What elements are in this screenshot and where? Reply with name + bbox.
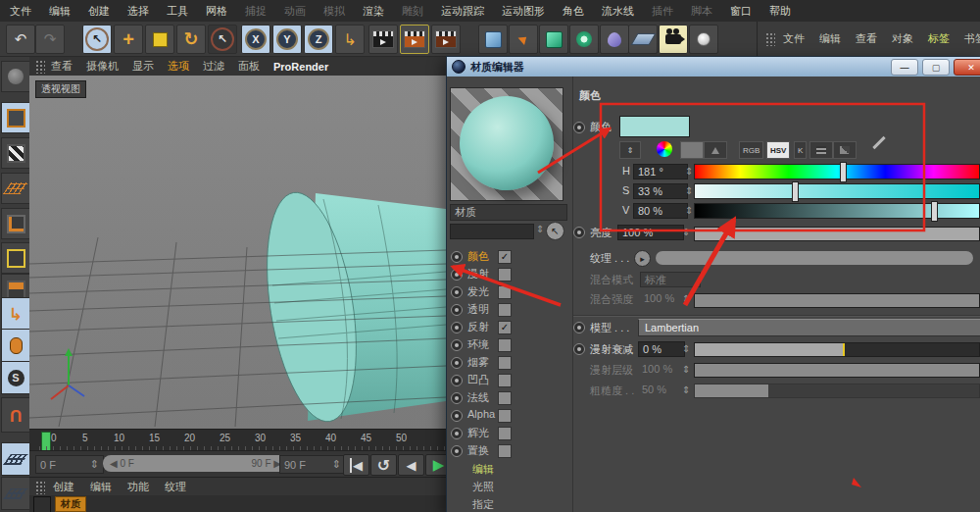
current-frame-field[interactable]: 0 F ⇕ [35, 455, 104, 474]
menu-file[interactable]: 文件 [10, 4, 31, 19]
menu-mesh[interactable]: 网格 [206, 4, 227, 19]
hue-value-field[interactable]: 181 ° [633, 164, 688, 179]
hue-handle[interactable] [840, 162, 847, 182]
om-menu-object[interactable]: 对象 [892, 31, 913, 46]
end-frame-field[interactable]: 90 F ⇕ [279, 455, 346, 474]
channel-label[interactable]: 环境 [467, 337, 489, 352]
stepper-icon[interactable]: ⇕ [682, 227, 690, 237]
channel-checkbox[interactable] [498, 285, 512, 299]
stepper-icon[interactable]: ⇕ [682, 343, 690, 354]
spline-pen-button[interactable] [509, 25, 538, 54]
perspective-viewport[interactable]: 透视视图 [29, 76, 446, 429]
material-preview[interactable] [450, 87, 564, 201]
menu-render[interactable]: 渲染 [363, 4, 384, 19]
grip-handle[interactable] [35, 481, 45, 494]
edges-mode-button[interactable] [1, 242, 30, 274]
channel-checkbox[interactable] [498, 444, 512, 458]
material-name-bar[interactable]: 材质 [450, 204, 567, 221]
add-primitive-button[interactable] [478, 25, 508, 54]
view-label[interactable]: 透视视图 [35, 80, 86, 98]
maximize-button[interactable]: ▢ [922, 59, 950, 76]
add-camera-button[interactable] [659, 25, 688, 54]
vp-menu-prorender[interactable]: ProRender [273, 61, 328, 73]
stepper-icon[interactable]: ⇕ [685, 166, 693, 177]
add-deformer-button[interactable] [569, 25, 599, 54]
add-light-button[interactable] [689, 25, 718, 54]
swatches-icon[interactable] [680, 141, 704, 159]
channel-radio[interactable] [451, 392, 463, 404]
om-menu-tags[interactable]: 标签 [928, 31, 950, 46]
sculpt-mode-button[interactable] [1, 61, 30, 92]
channel-radio[interactable] [451, 357, 463, 369]
channel-label[interactable]: 透明 [467, 302, 489, 317]
stepper-icon[interactable]: ⇕ [682, 364, 690, 375]
channel-radio[interactable] [451, 410, 463, 422]
mm-menu-function[interactable]: 功能 [127, 480, 149, 494]
coordinate-system-button[interactable]: ↳ [335, 25, 365, 54]
previous-frame-button[interactable]: ◀ [398, 454, 424, 476]
menu-pipeline[interactable]: 流水线 [602, 4, 634, 19]
channel-radio[interactable] [451, 322, 463, 333]
color-swatch[interactable] [619, 116, 690, 137]
material-editor-titlebar[interactable]: 材质编辑器 — ▢ ✕ [447, 57, 980, 77]
material-name-input[interactable] [450, 224, 534, 239]
om-menu-bookmarks[interactable]: 书签 [964, 31, 980, 46]
stepper-icon[interactable]: ⇕ [332, 458, 341, 471]
saturation-handle[interactable] [792, 181, 799, 202]
rotate-tool[interactable]: ↻ [176, 25, 206, 54]
workplane-lock-button[interactable] [1, 442, 30, 476]
rgb-mode-button[interactable]: RGB [739, 141, 763, 159]
channel-checkbox[interactable] [498, 303, 512, 317]
channel-label[interactable]: 凹凸 [467, 373, 489, 387]
add-field-button[interactable] [600, 25, 629, 54]
workplane-snap-button[interactable] [1, 477, 30, 510]
lock-z-axis-button[interactable]: Z [304, 25, 333, 54]
pick-material-button[interactable]: ↖ [546, 222, 564, 240]
grip-handle[interactable] [765, 32, 775, 46]
channel-checkbox[interactable] [498, 391, 512, 405]
workplane-mode-button[interactable] [1, 173, 30, 204]
channel-checkbox[interactable]: ✓ [498, 321, 512, 334]
menu-edit[interactable]: 编辑 [49, 4, 71, 19]
snap-s-button[interactable]: S [1, 361, 30, 394]
hue-slider[interactable] [694, 164, 980, 179]
minimize-button[interactable]: — [891, 59, 918, 76]
stepper-icon[interactable]: ⇕ [685, 205, 693, 216]
om-menu-view[interactable]: 查看 [856, 31, 877, 46]
mm-menu-texture[interactable]: 纹理 [165, 480, 186, 494]
spectrum-mode-icon[interactable] [833, 141, 857, 159]
menu-tools[interactable]: 工具 [167, 4, 188, 19]
kelvin-mode-button[interactable]: K [794, 141, 807, 159]
undo-button[interactable]: ↶ [6, 25, 35, 54]
channel-radio[interactable] [451, 339, 463, 351]
material-thumbnail[interactable] [33, 496, 51, 512]
eyedropper-icon[interactable] [872, 136, 885, 149]
stepper-icon[interactable]: ⇕ [90, 458, 99, 471]
lock-y-axis-button[interactable]: Y [272, 25, 302, 54]
viewport-solo-button[interactable] [1, 329, 30, 362]
stepper-icon[interactable]: ⇕ [682, 293, 690, 304]
texture-browse-button[interactable]: ▸ [634, 250, 651, 267]
color-radio[interactable] [573, 122, 585, 133]
value-slider[interactable] [694, 203, 980, 219]
menu-create[interactable]: 创建 [88, 4, 110, 19]
channel-label[interactable]: 反射 [467, 320, 489, 334]
timeline-ruler[interactable]: 0 5 10 15 20 25 30 35 40 45 50 [29, 429, 446, 451]
color-wheel-icon[interactable] [657, 141, 672, 157]
footer-label[interactable]: 光照 [472, 480, 494, 494]
menu-sculpt[interactable]: 雕刻 [402, 4, 423, 19]
om-menu-file[interactable]: 文件 [783, 31, 805, 46]
menu-script[interactable]: 脚本 [691, 4, 712, 19]
brightness-value-field[interactable]: 100 % [617, 225, 684, 240]
redo-button[interactable]: ↷ [35, 25, 65, 54]
menu-help[interactable]: 帮助 [769, 4, 791, 19]
channel-checkbox[interactable] [498, 374, 512, 387]
value-handle[interactable] [931, 201, 938, 222]
vp-menu-filter[interactable]: 过滤 [203, 59, 224, 74]
brightness-slider[interactable] [694, 227, 980, 241]
texture-path-bar[interactable] [656, 251, 973, 265]
render-view-button[interactable] [368, 25, 398, 54]
texture-mode-button[interactable] [1, 137, 30, 169]
add-floor-button[interactable] [628, 25, 658, 54]
channel-label[interactable]: 辉光 [467, 426, 489, 440]
